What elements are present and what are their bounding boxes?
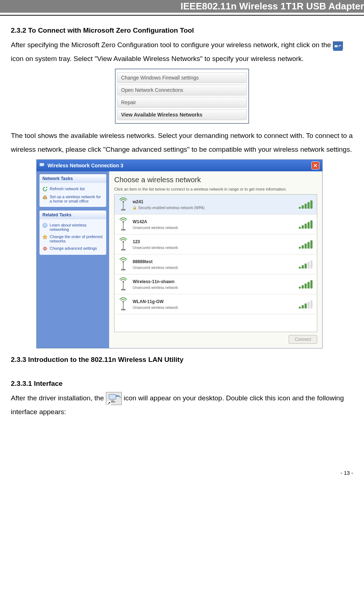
svg-rect-23	[307, 222, 310, 229]
section-heading-2331: 2.3.3.1 Interface	[11, 380, 353, 388]
header-title: IEEE802.11n Wireless 1T1R USB Adapter	[181, 1, 364, 12]
svg-rect-57	[109, 395, 116, 399]
signal-icon	[298, 259, 314, 269]
link-advanced-label: Change advanced settings	[50, 246, 97, 250]
svg-rect-52	[299, 307, 301, 309]
antenna-icon	[117, 237, 129, 252]
tray-network-icon	[333, 41, 343, 49]
signal-icon	[298, 219, 314, 229]
svg-rect-58	[111, 400, 114, 401]
svg-rect-48	[310, 280, 313, 289]
network-name: Wireless-11n-shawn	[133, 279, 294, 284]
signal-icon	[298, 279, 314, 289]
svg-point-8	[123, 201, 124, 203]
gear-icon	[42, 246, 47, 251]
page-header: IEEE802.11n Wireless 1T1R USB Adapter	[0, 0, 364, 13]
svg-rect-31	[307, 242, 310, 249]
svg-rect-1	[334, 45, 338, 48]
signal-icon	[298, 199, 314, 209]
ctx-item-repair[interactable]: Repair	[117, 97, 247, 108]
svg-rect-20	[299, 227, 301, 229]
network-item[interactable]: 123Unsecured wireless network	[115, 234, 317, 254]
link-order-label: Change the order of preferred networks	[50, 234, 103, 243]
window-icon	[40, 162, 45, 169]
link-learn[interactable]: i Learn about wireless networking	[42, 221, 103, 233]
ctx-item-open-connections[interactable]: Open Network Connections	[117, 85, 247, 95]
svg-rect-39	[307, 262, 310, 269]
svg-rect-24	[310, 220, 313, 229]
home-icon	[42, 195, 47, 200]
network-desc: Unsecured wireless network	[133, 246, 294, 250]
network-info: Wireless-11n-shawnUnsecured wireless net…	[133, 279, 294, 290]
svg-rect-59	[109, 401, 115, 403]
network-item[interactable]: W142AUnsecured wireless network	[115, 215, 317, 234]
network-name: w241	[133, 199, 294, 204]
link-order[interactable]: Change the order of preferred networks	[42, 233, 103, 245]
close-button[interactable]: ✕	[311, 162, 319, 170]
svg-rect-2	[40, 163, 44, 166]
svg-rect-56	[310, 300, 313, 309]
network-name: W142A	[133, 219, 294, 224]
svg-rect-15	[307, 202, 310, 209]
svg-text:i: i	[45, 224, 45, 228]
svg-rect-54	[305, 303, 307, 309]
network-item[interactable]: WLAN-11g-GWUnsecured wireless network	[115, 294, 317, 314]
svg-rect-18	[123, 222, 124, 229]
svg-rect-9	[123, 203, 124, 209]
svg-rect-32	[310, 240, 313, 249]
svg-point-33	[123, 261, 124, 263]
window-title: Wireless Network Connection 3	[47, 163, 123, 168]
svg-rect-53	[302, 305, 304, 309]
ctx-item-view-networks[interactable]: View Available Wireless Networks	[117, 109, 247, 120]
signal-icon	[298, 239, 314, 249]
para-1a: After specifying the Microsoft Zero Conf…	[11, 41, 333, 49]
desktop-shortcut-icon	[106, 392, 122, 405]
network-name: 88888test	[133, 259, 294, 264]
ctx-item-firewall[interactable]: Change Windows Firewall settings	[117, 72, 247, 83]
titlebar: Wireless Network Connection 3 ✕	[37, 160, 322, 171]
network-list[interactable]: w241Security-enabled wireless network (W…	[114, 194, 317, 332]
panel-network-tasks: Network Tasks Refresh network list Set u…	[40, 174, 106, 207]
para-3: After the driver installation, the icon …	[11, 391, 353, 419]
network-item[interactable]: 88888testUnsecured wireless network	[115, 254, 317, 274]
svg-rect-50	[123, 302, 124, 309]
network-desc: Unsecured wireless network	[133, 286, 294, 290]
context-menu: Change Windows Firewall settings Open Ne…	[115, 69, 249, 124]
svg-rect-13	[302, 205, 304, 209]
network-desc: Security-enabled wireless network (WPA)	[133, 206, 294, 210]
para-1: After specifying the Microsoft Zero Conf…	[11, 38, 353, 66]
antenna-icon	[117, 217, 129, 232]
svg-rect-43	[121, 289, 125, 290]
svg-rect-51	[121, 309, 125, 310]
network-desc: Unsecured wireless network	[133, 306, 294, 310]
link-refresh-label: Refresh network list	[50, 187, 85, 191]
page-number: - 13 -	[11, 470, 353, 476]
svg-rect-44	[299, 287, 301, 289]
network-item[interactable]: w241Security-enabled wireless network (W…	[115, 195, 317, 215]
svg-rect-34	[123, 262, 124, 269]
header-divider	[0, 15, 364, 16]
link-setup[interactable]: Set up a wireless network for a home or …	[42, 193, 103, 205]
panel-related-tasks: Related Tasks i Learn about wireless net…	[40, 211, 106, 255]
antenna-icon	[117, 257, 129, 272]
panel-header-1: Network Tasks	[40, 174, 106, 183]
section-num-2331: 2.3.3.1	[11, 380, 32, 387]
sidebar: Network Tasks Refresh network list Set u…	[37, 171, 109, 348]
lock-icon	[133, 206, 137, 210]
link-advanced[interactable]: Change advanced settings	[42, 245, 103, 253]
connect-button[interactable]: Connect	[289, 335, 317, 344]
svg-point-49	[123, 301, 124, 303]
para-3a: After the driver installation, the	[11, 394, 106, 402]
para-2: The tool shows the available wireless ne…	[11, 129, 353, 156]
svg-rect-11	[133, 208, 136, 209]
svg-rect-27	[121, 249, 125, 250]
svg-rect-21	[302, 225, 304, 229]
link-refresh[interactable]: Refresh network list	[42, 185, 103, 193]
network-item[interactable]: Wireless-11n-shawnUnsecured wireless net…	[115, 274, 317, 294]
svg-rect-42	[123, 282, 124, 289]
svg-rect-12	[299, 207, 301, 209]
svg-rect-40	[310, 260, 313, 269]
network-info: w241Security-enabled wireless network (W…	[133, 199, 294, 210]
svg-point-25	[123, 241, 124, 243]
svg-rect-10	[121, 209, 125, 211]
